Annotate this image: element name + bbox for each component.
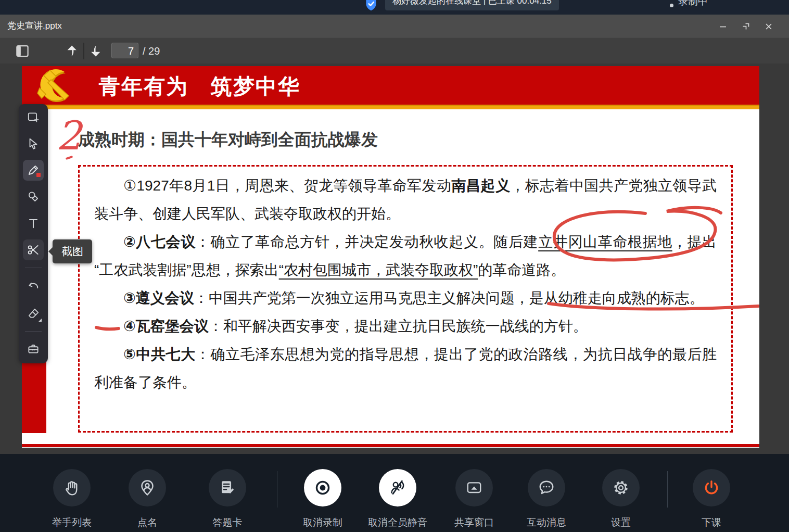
slide-paragraph: ②八七会议：确立了革命总方针，并决定发动秋收起义。随后建立井冈山革命根据地，提出… bbox=[94, 228, 717, 284]
eraser-dropdown-icon bbox=[39, 319, 42, 322]
end-class-button[interactable]: 下课 bbox=[670, 469, 753, 529]
button-label: 答题卡 bbox=[186, 516, 269, 529]
cursor-icon bbox=[27, 137, 40, 150]
control-bar-divider bbox=[667, 471, 668, 508]
page-nav-bar: 7 / 29 bbox=[0, 37, 789, 64]
share-window-button[interactable]: 共享窗口 bbox=[432, 469, 516, 529]
share-window-icon bbox=[465, 478, 483, 497]
mute-all-icon bbox=[388, 478, 407, 497]
tooltip-text: 截图 bbox=[61, 244, 83, 259]
undo-button[interactable] bbox=[23, 276, 44, 297]
recording-status: 录制中 bbox=[678, 0, 708, 10]
screenshot-tooltip: 截图 bbox=[53, 239, 92, 263]
shapes-tool-button[interactable] bbox=[23, 186, 44, 207]
stop-recording-button[interactable]: 取消录制 bbox=[281, 469, 364, 529]
slide-bottom-bar bbox=[22, 444, 759, 447]
toolbox-icon bbox=[27, 342, 40, 356]
scissors-icon bbox=[27, 243, 40, 257]
cursor-tool-button[interactable] bbox=[23, 133, 44, 154]
hand-raise-list-button[interactable]: 举手列表 bbox=[30, 469, 113, 529]
security-shield-icon bbox=[363, 0, 379, 13]
answer-card-icon bbox=[218, 478, 237, 497]
restore-icon bbox=[741, 21, 751, 32]
eraser-tool-button[interactable] bbox=[23, 303, 44, 324]
section-title: 成熟时期：国共十年对峙到全面抗战爆发 bbox=[78, 129, 378, 151]
class-control-bar: 举手列表 点名 答题卡 bbox=[0, 454, 789, 532]
gear-icon bbox=[612, 478, 630, 497]
slide-viewer: 青年有为 筑梦中华 2 成熟时期：国共十年对峙到全面抗战爆发 ①1927年8月1… bbox=[0, 64, 789, 454]
online-class-window: 杨好薇发起的在线课堂 | 已上课 00:04:15 录制中 党史宣讲.pptx bbox=[0, 0, 789, 532]
next-page-button[interactable] bbox=[88, 44, 103, 58]
pen-color-indicator bbox=[36, 173, 41, 177]
arrow-down-icon bbox=[88, 44, 103, 58]
gold-stripe bbox=[22, 105, 759, 109]
text-tool-icon bbox=[27, 217, 40, 230]
hand-icon bbox=[62, 478, 81, 497]
button-label: 取消全员静音 bbox=[356, 516, 439, 529]
button-label: 取消录制 bbox=[281, 516, 364, 529]
add-board-button[interactable] bbox=[23, 107, 44, 128]
button-label: 互动消息 bbox=[505, 516, 588, 529]
slide: 青年有为 筑梦中华 2 成熟时期：国共十年对峙到全面抗战爆发 ①1927年8月1… bbox=[22, 66, 759, 448]
button-label: 下课 bbox=[670, 516, 753, 529]
interactive-message-button[interactable]: 互动消息 bbox=[505, 469, 588, 529]
minimize-icon bbox=[718, 21, 728, 32]
control-bar-divider bbox=[277, 471, 277, 508]
minimize-button[interactable] bbox=[715, 20, 731, 33]
slide-content-box: ①1927年8月1日，周恩来、贺龙等领导革命军发动南昌起义，标志着中国共产党独立… bbox=[78, 165, 733, 433]
toolbox-button[interactable] bbox=[23, 338, 44, 359]
button-label: 举手列表 bbox=[30, 516, 113, 529]
annotation-toolbar bbox=[19, 104, 48, 363]
unmute-all-button[interactable]: 取消全员静音 bbox=[356, 469, 439, 529]
sidebar-toggle-icon bbox=[15, 43, 30, 59]
pen-tool-button[interactable] bbox=[23, 160, 44, 181]
toolbar-divider bbox=[25, 268, 42, 268]
arrow-up-icon bbox=[65, 44, 79, 58]
text-tool-button[interactable] bbox=[23, 213, 44, 234]
slide-paragraph: ④瓦窑堡会议：和平解决西安事变，提出建立抗日民族统一战线的方针。 bbox=[94, 312, 717, 340]
party-emblem-icon bbox=[32, 67, 78, 104]
page-total: / 29 bbox=[143, 43, 160, 59]
close-button[interactable] bbox=[761, 20, 777, 33]
sidebar-toggle-button[interactable] bbox=[15, 43, 30, 59]
button-label: 点名 bbox=[106, 516, 189, 529]
slide-header-title: 青年有为 筑梦中华 bbox=[99, 72, 300, 101]
shapes-icon bbox=[27, 190, 40, 204]
slide-paragraph: ①1927年8月1日，周恩来、贺龙等领导革命军发动南昌起义，标志着中国共产党独立… bbox=[94, 172, 717, 228]
button-label: 共享窗口 bbox=[432, 516, 516, 529]
window-title-bar: 党史宣讲.pptx bbox=[0, 15, 789, 37]
record-icon bbox=[313, 478, 332, 497]
toolbar-divider bbox=[25, 331, 42, 332]
session-text: 杨好薇发起的在线课堂 | 已上课 00:04:15 bbox=[392, 0, 552, 6]
close-icon bbox=[763, 21, 774, 32]
slide-paragraph: ⑤中共七大：确立毛泽东思想为党的指导思想，提出了党的政治路线，为抗日战争的最后胜… bbox=[94, 340, 717, 397]
previous-page-button[interactable] bbox=[65, 44, 79, 58]
roll-call-button[interactable]: 点名 bbox=[106, 469, 189, 529]
button-label: 设置 bbox=[579, 516, 663, 529]
page-number-input[interactable]: 7 bbox=[111, 43, 138, 58]
session-info: 杨好薇发起的在线课堂 | 已上课 00:04:15 bbox=[385, 0, 559, 10]
add-board-icon bbox=[27, 110, 40, 124]
settings-button[interactable]: 设置 bbox=[579, 469, 663, 529]
slide-paragraph: ③遵义会议：中国共产党第一次独立运用马克思主义解决问题，是从幼稚走向成熟的标志。 bbox=[94, 284, 717, 312]
screenshot-tool-button[interactable] bbox=[23, 239, 44, 260]
chat-icon bbox=[537, 478, 556, 497]
document-title: 党史宣讲.pptx bbox=[7, 15, 62, 37]
roll-call-pin-icon bbox=[138, 478, 157, 497]
power-icon bbox=[702, 478, 721, 497]
meeting-status-bar: 杨好薇发起的在线课堂 | 已上课 00:04:15 录制中 bbox=[0, 0, 789, 15]
undo-icon bbox=[27, 280, 40, 294]
nav-divider bbox=[83, 43, 84, 59]
answer-card-button[interactable]: 答题卡 bbox=[186, 469, 269, 529]
restore-button[interactable] bbox=[738, 20, 754, 33]
recording-dot-icon bbox=[670, 4, 673, 7]
